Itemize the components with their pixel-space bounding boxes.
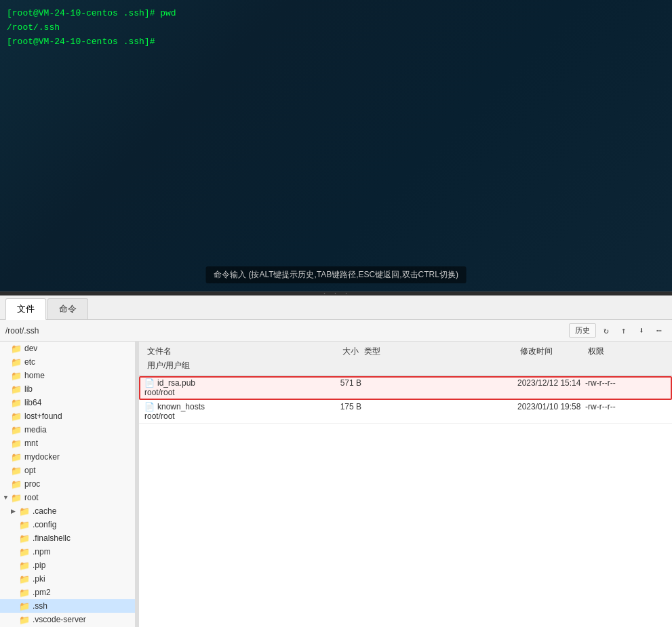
tree-item-ssh[interactable]: 📁 .ssh	[0, 599, 135, 613]
refresh-button[interactable]: ↻	[599, 323, 614, 338]
tree-item-media[interactable]: 📁 media	[0, 423, 135, 437]
tab-files[interactable]: 文件	[5, 298, 46, 320]
file-label-id-rsa-pub: id_rsa.pub	[157, 378, 195, 388]
tree-label-dev: dev	[24, 344, 37, 353]
tree-label-vscode-server: .vscode-server	[33, 615, 86, 624]
folder-icon-ssh: 📁	[19, 601, 30, 611]
tree-item-finalshellc[interactable]: 📁 .finalshellc	[0, 531, 135, 545]
folder-icon-mnt: 📁	[11, 439, 22, 448]
tree-item-vscode-server[interactable]: 📁 .vscode-server	[0, 613, 135, 626]
folder-icon-config: 📁	[19, 520, 30, 529]
col-permissions[interactable]: 权限	[585, 344, 667, 359]
folder-icon-opt: 📁	[11, 466, 22, 475]
content-area: 📁 dev 📁 etc 📁 home 📁 lib 📁	[0, 342, 672, 627]
file-row-id-rsa-pub[interactable]: 📄 id_rsa.pub 571 B 2023/12/12 15:14 -rw-…	[139, 376, 672, 400]
tree-item-config[interactable]: 📁 .config	[0, 518, 135, 531]
tree-label-ssh: .ssh	[33, 601, 47, 611]
col-filename[interactable]: 文件名	[144, 344, 307, 359]
file-label-known-hosts: known_hosts	[157, 402, 205, 411]
up-button[interactable]: ↑	[616, 323, 631, 338]
folder-icon-pki: 📁	[19, 574, 30, 584]
folder-icon-dev: 📁	[11, 344, 22, 353]
file-datetime-known-hosts: 2023/01/10 19:58	[517, 402, 585, 411]
tree-label-mydocker: mydocker	[24, 452, 60, 462]
tree-item-pip[interactable]: 📁 .pip	[0, 559, 135, 572]
tree-item-pki[interactable]: 📁 .pki	[0, 572, 135, 586]
tree-label-media: media	[24, 425, 47, 434]
command-hint: 命令输入 (按ALT键提示历史,TAB键路径,ESC键返回,双击CTRL切换)	[205, 266, 467, 283]
tree-item-home[interactable]: 📁 home	[0, 369, 135, 382]
tree-item-npm[interactable]: 📁 .npm	[0, 545, 135, 559]
tree-item-dev[interactable]: 📁 dev	[0, 342, 135, 355]
folder-icon-pm2: 📁	[19, 588, 30, 597]
download-button[interactable]: ⬇	[634, 323, 649, 338]
file-permissions-id-rsa-pub: -rw-r--r--	[585, 378, 667, 388]
file-owner-known-hosts: root/root	[144, 411, 307, 421]
more-button[interactable]: ⋯	[652, 323, 667, 338]
terminal-line-2: /root/.ssh	[7, 21, 176, 35]
history-button[interactable]: 历史	[569, 323, 596, 338]
tree-label-pki: .pki	[33, 574, 45, 584]
file-manager: /root/.ssh 历史 ↻ ↑ ⬇ ⋯ 📁 dev 📁 etc	[0, 320, 672, 627]
tree-item-root[interactable]: ▼ 📁 root	[0, 491, 135, 504]
tree-item-etc[interactable]: 📁 etc	[0, 355, 135, 369]
tab-bar: 文件 命令	[0, 296, 672, 320]
folder-icon-lib64: 📁	[11, 398, 22, 407]
tree-label-lib: lib	[24, 384, 33, 394]
tree-label-lostfound: lost+found	[24, 411, 62, 421]
arrow-root: ▼	[3, 494, 11, 501]
folder-icon-proc: 📁	[11, 479, 22, 489]
col-size[interactable]: 大小	[307, 344, 361, 359]
tree-item-lostfound[interactable]: 📁 lost+found	[0, 409, 135, 423]
file-name-id-rsa-pub: 📄 id_rsa.pub	[144, 378, 307, 388]
file-owner-id-rsa-pub: root/root	[144, 388, 307, 397]
tree-item-cache[interactable]: ▶ 📁 .cache	[0, 504, 135, 518]
tab-commands[interactable]: 命令	[47, 298, 88, 319]
terminal-line-3: [root@VM-24-10-centos .ssh]#	[7, 35, 176, 49]
tree-label-cache: .cache	[33, 506, 56, 516]
file-row-known-hosts[interactable]: 📄 known_hosts 175 B 2023/01/10 19:58 -rw…	[139, 400, 672, 424]
tree-item-mydocker[interactable]: 📁 mydocker	[0, 450, 135, 464]
folder-icon-media: 📁	[11, 425, 22, 434]
col-type[interactable]: 类型	[361, 344, 416, 359]
tree-item-lib64[interactable]: 📁 lib64	[0, 396, 135, 409]
tree-label-finalshellc: .finalshellc	[33, 533, 71, 543]
tree-label-opt: opt	[24, 466, 36, 475]
folder-icon-lib: 📁	[11, 384, 22, 394]
file-list-panel: 文件名 大小 类型 修改时间 权限 用户/用户组 📄 id_rsa.pub 57…	[139, 342, 672, 627]
terminal-line-1: [root@VM-24-10-centos .ssh]# pwd	[7, 7, 176, 21]
path-actions: 历史 ↻ ↑ ⬇ ⋯	[569, 323, 667, 338]
folder-icon-root: 📁	[11, 493, 22, 502]
tree-label-config: .config	[33, 520, 56, 529]
tree-item-proc[interactable]: 📁 proc	[0, 477, 135, 491]
tree-label-proc: proc	[24, 479, 40, 489]
folder-icon-pip: 📁	[19, 561, 30, 570]
folder-icon-finalshellc: 📁	[19, 533, 30, 543]
tree-item-mnt[interactable]: 📁 mnt	[0, 437, 135, 450]
file-icon-id-rsa-pub: 📄	[144, 378, 155, 388]
tree-label-npm: .npm	[33, 547, 51, 557]
file-icon-known-hosts: 📄	[144, 402, 155, 411]
terminal-area: [root@VM-24-10-centos .ssh]# pwd /root/.…	[0, 0, 672, 291]
arrow-cache: ▶	[11, 508, 19, 514]
file-tree[interactable]: 📁 dev 📁 etc 📁 home 📁 lib 📁	[0, 342, 136, 627]
terminal-output: [root@VM-24-10-centos .ssh]# pwd /root/.…	[7, 7, 176, 49]
folder-icon-lostfound: 📁	[11, 411, 22, 421]
folder-icon-home: 📁	[11, 371, 22, 380]
tree-label-root: root	[24, 493, 39, 502]
tree-label-home: home	[24, 371, 45, 380]
file-list-header: 文件名 大小 类型 修改时间 权限 用户/用户组	[139, 342, 672, 376]
file-name-known-hosts: 📄 known_hosts	[144, 402, 307, 411]
col-datetime[interactable]: 修改时间	[517, 344, 585, 359]
tree-label-pip: .pip	[33, 561, 45, 570]
file-datetime-id-rsa-pub: 2023/12/12 15:14	[517, 378, 585, 388]
tree-label-etc: etc	[24, 357, 35, 367]
tree-item-lib[interactable]: 📁 lib	[0, 382, 135, 396]
col-owner[interactable]: 用户/用户组	[144, 359, 307, 373]
tree-item-opt[interactable]: 📁 opt	[0, 464, 135, 477]
file-permissions-known-hosts: -rw-r--r--	[585, 402, 667, 411]
folder-icon-etc: 📁	[11, 357, 22, 367]
tree-item-pm2[interactable]: 📁 .pm2	[0, 586, 135, 599]
tree-label-lib64: lib64	[24, 398, 41, 407]
folder-icon-vscode-server: 📁	[19, 615, 30, 624]
